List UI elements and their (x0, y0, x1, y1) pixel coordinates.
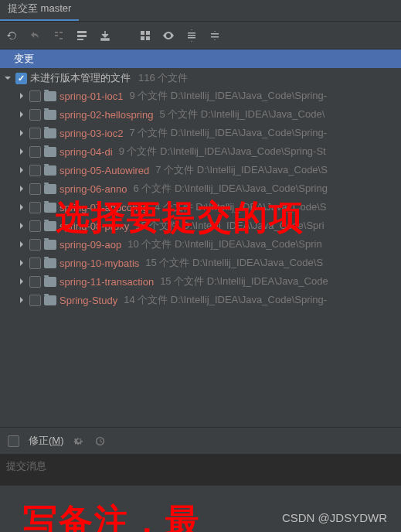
toolbar (0, 22, 401, 49)
tree-item[interactable]: spring-08-proxy15 个文件 D:\Intellij_IDEA\J… (0, 217, 401, 235)
amend-checkbox[interactable] (8, 435, 19, 447)
tree-item[interactable]: spring-01-ioc19 个文件 D:\Intellij_IDEA\Jav… (0, 87, 401, 105)
tree-item[interactable]: spring-09-aop10 个文件 D:\Intellij_IDEA\Jav… (0, 235, 401, 254)
item-checkbox[interactable] (29, 109, 41, 121)
item-name: spring-09-aop (59, 239, 121, 251)
item-name: spring-11-transaction (59, 276, 154, 288)
item-meta: 6 个文件 D:\Intellij_IDEA\Java_Code\Spring (133, 182, 327, 196)
tree-item[interactable]: spring-11-transaction15 个文件 D:\Intellij_… (0, 272, 401, 291)
changelist-icon[interactable] (76, 29, 88, 42)
expand-icon[interactable] (185, 29, 198, 42)
item-meta: 4 个文件 D:\Intellij_IDEA\Java_Code\S (155, 200, 327, 214)
item-name: spring-03-ioc2 (59, 128, 123, 139)
item-name: spring-04-di (59, 146, 113, 158)
item-checkbox[interactable] (29, 257, 41, 269)
watermark: CSDN @JDSYDWR (282, 511, 387, 524)
chevron-right-icon[interactable] (17, 258, 26, 268)
item-meta: 14 个文件 D:\Intellij_IDEA\Java_Code\Spring… (124, 293, 327, 307)
item-checkbox[interactable] (29, 128, 41, 139)
item-meta: 15 个文件 D:\Intellij_IDEA\Java_Code (160, 275, 328, 288)
chevron-right-icon[interactable] (17, 184, 26, 193)
root-meta: 116 个文件 (138, 71, 188, 85)
preview-icon[interactable] (162, 29, 175, 42)
folder-icon (44, 165, 56, 176)
item-checkbox[interactable] (29, 202, 41, 213)
diff-icon (53, 29, 65, 42)
tree-item[interactable]: spring-04-di9 个文件 D:\Intellij_IDEA\Java_… (0, 142, 401, 161)
folder-icon (44, 258, 56, 268)
item-meta: 9 个文件 D:\Intellij_IDEA\Java_Code\Spring- (129, 89, 327, 103)
tree-item[interactable]: spring-03-ioc27 个文件 D:\Intellij_IDEA\Jav… (0, 124, 401, 142)
tree-item[interactable]: spring-02-hellospring5 个文件 D:\Intellij_I… (0, 105, 401, 124)
item-name: Spring-Study (59, 295, 117, 306)
item-name: spring-01-ioc1 (59, 90, 123, 102)
tree-item[interactable]: spring-10-mybatis15 个文件 D:\Intellij_IDEA… (0, 254, 401, 272)
group-icon[interactable] (139, 29, 151, 42)
item-checkbox[interactable] (29, 239, 41, 251)
chevron-right-icon[interactable] (17, 295, 26, 305)
item-meta: 10 个文件 D:\Intellij_IDEA\Java_Code\Sprin (127, 237, 321, 251)
unversioned-root[interactable]: 未进行版本管理的文件 116 个文件 (0, 70, 401, 87)
amend-label[interactable]: 修正(M) (29, 434, 64, 448)
folder-icon (44, 184, 56, 194)
chevron-right-icon[interactable] (17, 110, 26, 119)
history-icon[interactable] (94, 435, 106, 447)
folder-icon (44, 203, 56, 213)
item-name: spring-07-appconfig (59, 202, 148, 213)
refresh-icon[interactable] (6, 29, 19, 42)
gear-icon[interactable] (73, 435, 85, 447)
item-meta: 15 个文件 D:\Intellij_IDEA\Java_Code\S (145, 256, 323, 270)
item-checkbox[interactable] (29, 220, 41, 232)
root-checkbox[interactable] (15, 73, 27, 84)
item-meta: 15 个文件 D:\Intellij_IDEA\Java_Code\Spri (135, 219, 324, 233)
item-name: spring-06-anno (59, 183, 127, 195)
root-label: 未进行版本管理的文件 (30, 71, 131, 85)
folder-icon (44, 295, 56, 305)
tab-commit[interactable]: 提交至 master (0, 0, 79, 21)
chevron-right-icon[interactable] (17, 91, 26, 101)
item-checkbox[interactable] (29, 183, 41, 195)
collapse-icon[interactable] (209, 29, 221, 42)
changes-header: 变更 (0, 49, 401, 68)
item-checkbox[interactable] (29, 276, 41, 288)
chevron-down-icon[interactable] (3, 73, 12, 83)
item-checkbox[interactable] (29, 146, 41, 158)
chevron-right-icon[interactable] (17, 240, 26, 249)
tree-item[interactable]: spring-05-Autowired7 个文件 D:\Intellij_IDE… (0, 161, 401, 179)
item-name: spring-02-hellospring (59, 109, 153, 121)
item-meta: 9 个文件 D:\Intellij_IDEA\Java_Code\Spring-… (119, 145, 326, 159)
folder-icon (44, 110, 56, 120)
folder-icon (44, 277, 56, 287)
item-name: spring-05-Autowired (59, 165, 149, 176)
item-checkbox[interactable] (29, 90, 41, 102)
item-name: spring-10-mybatis (59, 257, 139, 269)
chevron-right-icon[interactable] (17, 221, 26, 230)
chevron-right-icon[interactable] (17, 147, 26, 156)
item-meta: 7 个文件 D:\Intellij_IDEA\Java_Code\S (155, 163, 328, 177)
chevron-right-icon[interactable] (17, 277, 26, 286)
chevron-right-icon[interactable] (17, 128, 26, 138)
chevron-right-icon[interactable] (17, 203, 26, 212)
folder-icon (44, 128, 56, 138)
tree-item[interactable]: Spring-Study14 个文件 D:\Intellij_IDEA\Java… (0, 291, 401, 309)
folder-icon (44, 221, 56, 231)
tree-item[interactable]: spring-07-appconfig4 个文件 D:\Intellij_IDE… (0, 198, 401, 217)
item-meta: 7 个文件 D:\Intellij_IDEA\Java_Code\Spring- (129, 126, 327, 140)
file-tree: 未进行版本管理的文件 116 个文件 spring-01-ioc19 个文件 D… (0, 68, 401, 311)
tree-item[interactable]: spring-06-anno6 个文件 D:\Intellij_IDEA\Jav… (0, 179, 401, 198)
item-name: spring-08-proxy (59, 220, 129, 232)
shelve-icon[interactable] (99, 29, 111, 42)
item-checkbox[interactable] (29, 295, 41, 306)
folder-icon (44, 240, 56, 250)
rollback-icon (29, 29, 42, 42)
folder-icon (44, 91, 56, 101)
item-meta: 5 个文件 D:\Intellij_IDEA\Java_Code\ (159, 107, 325, 121)
item-checkbox[interactable] (29, 165, 41, 176)
annotation-comment: 写备注，最 (23, 499, 201, 532)
commit-message-input[interactable]: 提交消息 (0, 455, 401, 486)
amend-bar: 修正(M) (0, 427, 401, 455)
chevron-right-icon[interactable] (17, 165, 26, 175)
folder-icon (44, 147, 56, 157)
tab-bar: 提交至 master (0, 0, 401, 22)
